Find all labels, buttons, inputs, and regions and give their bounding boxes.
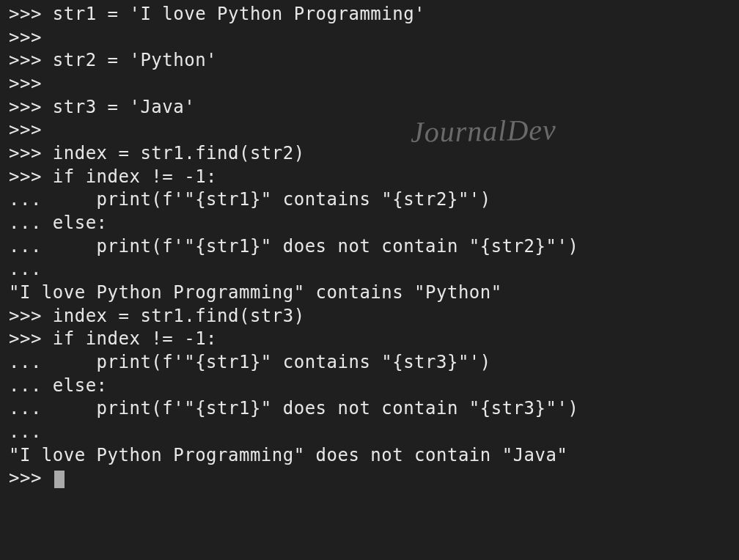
terminal-line: ... else: — [9, 212, 730, 235]
terminal-output: >>> str1 = 'I love Python Programming'>>… — [0, 0, 739, 493]
prompt-symbol: >>> — [9, 468, 53, 488]
terminal-line: >>> str2 = 'Python' — [9, 49, 730, 73]
terminal-line: ... — [9, 421, 730, 444]
terminal-line: >>> if index != -1: — [9, 166, 730, 189]
terminal-prompt-line[interactable]: >>> — [9, 467, 730, 490]
terminal-line: ... — [9, 258, 730, 281]
terminal-line: >>> — [9, 26, 730, 50]
terminal-line: >>> index = str1.find(str2) — [9, 142, 730, 166]
terminal-line: "I love Python Programming" contains "Py… — [9, 281, 730, 305]
terminal-line: ... print(f'"{str1}" contains "{str2}"') — [9, 188, 730, 212]
terminal-line: >>> index = str1.find(str3) — [9, 305, 730, 328]
terminal-line: >>> str1 = 'I love Python Programming' — [9, 3, 730, 26]
terminal-line: ... print(f'"{str1}" does not contain "{… — [9, 235, 730, 259]
terminal-line: ... print(f'"{str1}" contains "{str3}"') — [9, 351, 730, 375]
cursor — [54, 471, 65, 488]
terminal-line: "I love Python Programming" does not con… — [9, 444, 730, 468]
terminal-line: >>> if index != -1: — [9, 328, 730, 351]
terminal-line: >>> — [9, 119, 730, 142]
terminal-line: ... print(f'"{str1}" does not contain "{… — [9, 397, 730, 421]
terminal-line: >>> str3 = 'Java' — [9, 96, 730, 119]
terminal-line: ... else: — [9, 375, 730, 398]
terminal-line: >>> — [9, 73, 730, 96]
